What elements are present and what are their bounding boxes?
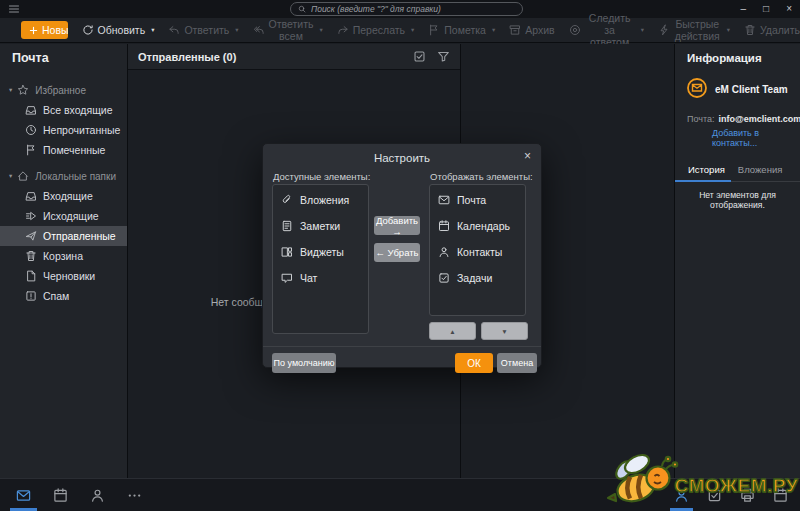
- cancel-button[interactable]: Отмена: [497, 353, 537, 373]
- sidebar-item-unread[interactable]: Непрочитанные: [0, 120, 127, 140]
- reply-icon: [168, 24, 180, 36]
- sender-email: info@emclient.com: [719, 114, 800, 124]
- chat-icon: [281, 272, 293, 284]
- dialog-item-chat[interactable]: Чат: [273, 265, 368, 291]
- search-input[interactable]: [311, 4, 515, 14]
- folder-sidebar: Почта Избранное Все входящие Непрочитанн…: [0, 44, 128, 478]
- spam-icon: [25, 290, 37, 302]
- filter-icon[interactable]: [437, 50, 450, 63]
- sender-name: eM Client Team: [715, 84, 788, 95]
- reply-all-icon: [253, 24, 265, 36]
- watch-icon: [569, 24, 581, 36]
- note-icon: [281, 220, 293, 232]
- chevron-down-icon: ▾: [411, 26, 414, 34]
- message-list-header: Отправленные (0): [128, 44, 460, 70]
- minimize-button[interactable]: –: [741, 0, 747, 18]
- bottom-right-nav: [665, 479, 797, 511]
- sidebar-group-favorites[interactable]: Избранное: [0, 80, 127, 100]
- flag-button[interactable]: Пометка ▾: [428, 24, 495, 36]
- bottom-calendar-button[interactable]: [42, 479, 79, 511]
- star-icon: [17, 84, 29, 96]
- reply-button[interactable]: Ответить ▾: [168, 24, 238, 36]
- outbox-icon: [25, 210, 37, 222]
- dialog-item-tasks[interactable]: Задачи: [430, 265, 525, 291]
- forward-icon: [337, 24, 349, 36]
- close-button[interactable]: ×: [786, 0, 792, 18]
- sidebar-group-local-folders[interactable]: Локальные папки: [0, 166, 127, 186]
- move-up-button[interactable]: ▲: [429, 322, 476, 340]
- dialog-close-icon[interactable]: ×: [524, 150, 531, 162]
- bottom-bar: [0, 478, 800, 511]
- refresh-button[interactable]: Обновить ▾: [82, 24, 155, 36]
- tab-history[interactable]: История: [688, 160, 725, 181]
- dialog-item-widgets[interactable]: Виджеты: [273, 239, 368, 265]
- dialog-item-mail[interactable]: Почта: [430, 187, 525, 213]
- shown-items-list: Почта Календарь Контакты Задачи: [429, 184, 526, 316]
- remove-button[interactable]: ← Убрать: [374, 243, 420, 262]
- person-icon: [438, 246, 450, 258]
- search-box[interactable]: [290, 2, 523, 16]
- dialog-footer-divider: [263, 346, 541, 347]
- info-panel-empty-text: Нет элементов для отображения.: [675, 190, 800, 210]
- panel-calendar-button[interactable]: [764, 479, 797, 511]
- mail-icon: [16, 488, 31, 503]
- dialog-item-calendar[interactable]: Календарь: [430, 213, 525, 239]
- available-items-label: Доступные элементы:: [273, 171, 370, 182]
- move-down-button[interactable]: ▼: [481, 322, 528, 340]
- refresh-icon: [82, 24, 94, 36]
- bottom-mail-button[interactable]: [5, 479, 42, 511]
- inbox-icon: [25, 190, 37, 202]
- bottom-contacts-button[interactable]: [79, 479, 116, 511]
- menu-icon[interactable]: [8, 3, 20, 15]
- bottom-more-button[interactable]: [116, 479, 153, 511]
- info-panel-tabs: ИсторияВложения: [675, 160, 800, 182]
- cal-icon: [773, 488, 788, 503]
- available-items-list: Вложения Заметки Виджеты Чат: [272, 184, 369, 334]
- chevron-down-icon: ▾: [151, 26, 154, 34]
- panel-chat-button[interactable]: [731, 479, 764, 511]
- person-icon: [90, 488, 105, 503]
- watch-for-reply-button[interactable]: Следить за ответом ▾: [569, 12, 644, 48]
- sidebar-item-outbox[interactable]: Исходящие: [0, 206, 127, 226]
- sidebar-item-flagged[interactable]: Помеченные: [0, 140, 127, 160]
- fax-icon: [740, 488, 755, 503]
- archive-button[interactable]: Архив: [509, 24, 554, 36]
- ok-button[interactable]: ОК: [455, 353, 493, 373]
- reply-all-button[interactable]: Ответить всем ▾: [253, 18, 323, 42]
- add-to-contacts-link[interactable]: Добавить в контакты...: [712, 128, 800, 148]
- panel-tasks-button[interactable]: [698, 479, 731, 511]
- quick-actions-button[interactable]: Быстрые действия ▾: [658, 18, 730, 42]
- bottom-left-nav: [5, 479, 153, 511]
- flag-icon: [25, 144, 37, 156]
- home-icon: [17, 170, 29, 182]
- forward-button[interactable]: Переслать ▾: [337, 24, 415, 36]
- new-label: Новый: [42, 24, 68, 36]
- configure-dialog: Настроить × Доступные элементы: Отобража…: [262, 143, 542, 368]
- maximize-button[interactable]: □: [763, 0, 769, 18]
- clock-icon: [25, 124, 37, 136]
- sidebar-item-inbox[interactable]: Входящие: [0, 186, 127, 206]
- add-button[interactable]: Добавить →: [374, 216, 420, 235]
- em-client-window: – □ × Новый ▾ Обновить ▾ Ответить ▾ Отве…: [0, 0, 800, 511]
- sidebar-title: Почта: [0, 44, 127, 74]
- tab-attachments[interactable]: Вложения: [738, 160, 783, 181]
- plane-icon: [25, 230, 37, 242]
- sidebar-item-spam[interactable]: Спам: [0, 286, 127, 306]
- sidebar-item-all-inbox[interactable]: Все входящие: [0, 100, 127, 120]
- panel-contacts-button[interactable]: [665, 479, 698, 511]
- sidebar-item-drafts[interactable]: Черновики: [0, 266, 127, 286]
- delete-button[interactable]: Удалить: [744, 24, 800, 36]
- chevron-down-icon: ▾: [727, 26, 730, 34]
- chevron-down-icon: ▾: [492, 26, 495, 34]
- default-button[interactable]: По умолчанию: [272, 353, 336, 373]
- new-button[interactable]: Новый ▾: [21, 21, 68, 39]
- dialog-item-attachments[interactable]: Вложения: [273, 187, 368, 213]
- sidebar-item-sent[interactable]: Отправленные: [0, 226, 127, 246]
- sidebar-item-trash[interactable]: Корзина: [0, 246, 127, 266]
- select-all-icon[interactable]: [413, 50, 426, 63]
- clip-icon: [281, 194, 293, 206]
- chevron-down-icon: ▾: [319, 26, 322, 34]
- dialog-item-contacts[interactable]: Контакты: [430, 239, 525, 265]
- draft-icon: [25, 270, 37, 282]
- dialog-item-notes[interactable]: Заметки: [273, 213, 368, 239]
